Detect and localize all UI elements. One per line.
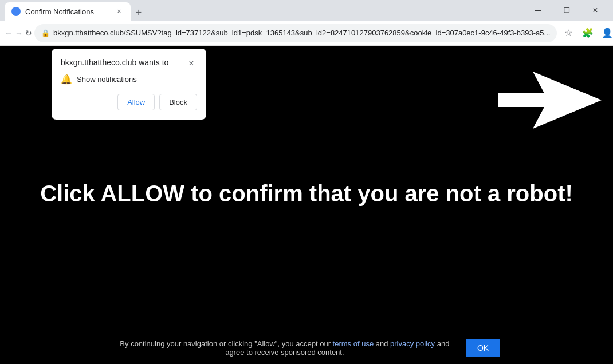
bottom-text: By continuing your navigation or clickin… bbox=[113, 339, 457, 357]
ok-button[interactable]: OK bbox=[466, 339, 500, 357]
main-text: Click ALLOW to confirm that you are not … bbox=[40, 181, 573, 207]
bottom-text-before: By continuing your navigation or clickin… bbox=[120, 339, 332, 348]
popup-notification-row: 🔔 Show notifications bbox=[61, 74, 197, 85]
arrow-svg bbox=[498, 72, 602, 129]
bookmark-button[interactable]: ☆ bbox=[559, 24, 577, 42]
lock-icon: 🔒 bbox=[41, 29, 50, 37]
chrome-window: Confirm Notifications × + — ❐ ✕ ← → ↻ 🔒 … bbox=[0, 0, 613, 364]
extensions-button[interactable]: 🧩 bbox=[579, 24, 597, 42]
profile-button[interactable]: 👤 bbox=[598, 24, 613, 42]
terms-of-use-link[interactable]: terms of use bbox=[333, 339, 374, 348]
arrow-indicator bbox=[498, 72, 602, 131]
popup-title: bkxgn.tthattheco.club wants to bbox=[61, 58, 168, 67]
active-tab[interactable]: Confirm Notifications × bbox=[5, 2, 131, 21]
refresh-button[interactable]: ↻ bbox=[25, 24, 32, 42]
svg-marker-1 bbox=[498, 72, 602, 129]
allow-button[interactable]: Allow bbox=[117, 94, 155, 110]
popup-close-button[interactable]: × bbox=[186, 58, 197, 69]
tab-title: Confirm Notifications bbox=[25, 7, 110, 16]
nav-actions: ☆ 🧩 👤 👤 ⋮ bbox=[559, 24, 613, 42]
privacy-policy-link[interactable]: privacy policy bbox=[390, 339, 435, 348]
svg-point-0 bbox=[13, 9, 19, 14]
nav-bar: ← → ↻ 🔒 bkxgn.tthattheco.club/SSUMSV?tag… bbox=[0, 21, 613, 46]
title-bar: Confirm Notifications × + — ❐ ✕ bbox=[0, 0, 613, 21]
close-button[interactable]: ✕ bbox=[582, 1, 608, 19]
forward-button[interactable]: → bbox=[15, 24, 23, 42]
tab-close-button[interactable]: × bbox=[115, 7, 124, 16]
url-text: bkxgn.tthattheco.club/SSUMSV?tag_id=7371… bbox=[53, 29, 550, 37]
omnibox[interactable]: 🔒 bkxgn.tthattheco.club/SSUMSV?tag_id=73… bbox=[34, 24, 557, 42]
bottom-text-middle: and bbox=[374, 339, 390, 348]
bottom-bar: By continuing your navigation or clickin… bbox=[0, 332, 613, 364]
bell-icon: 🔔 bbox=[61, 74, 72, 85]
tab-bar: Confirm Notifications × + bbox=[5, 0, 520, 21]
minimize-button[interactable]: — bbox=[525, 1, 551, 19]
maximize-button[interactable]: ❐ bbox=[553, 1, 580, 19]
window-controls: — ❐ ✕ bbox=[525, 1, 608, 19]
new-tab-button[interactable]: + bbox=[131, 5, 147, 21]
notification-popup: bkxgn.tthattheco.club wants to × 🔔 Show … bbox=[52, 49, 206, 120]
tab-favicon bbox=[11, 7, 21, 16]
popup-header: bkxgn.tthattheco.club wants to × bbox=[61, 58, 197, 69]
page-content: bkxgn.tthattheco.club wants to × 🔔 Show … bbox=[0, 46, 613, 364]
popup-actions: Allow Block bbox=[61, 94, 197, 110]
notification-label: Show notifications bbox=[77, 75, 137, 84]
block-button[interactable]: Block bbox=[159, 94, 197, 110]
back-button[interactable]: ← bbox=[5, 24, 13, 42]
